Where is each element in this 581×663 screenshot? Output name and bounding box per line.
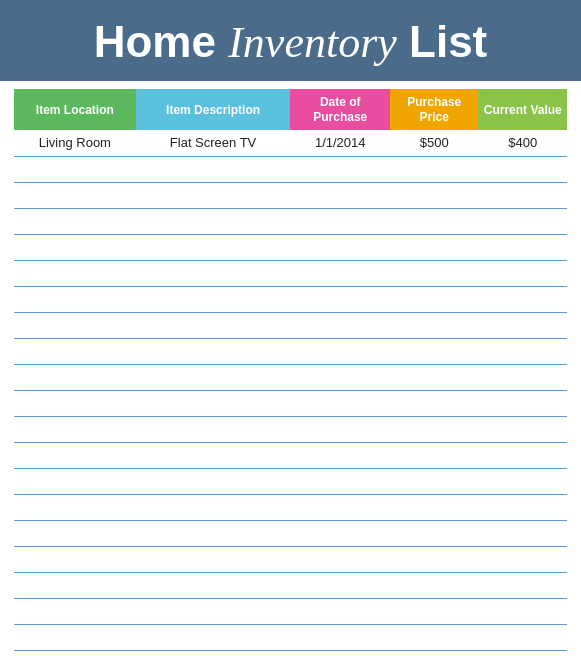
table-row bbox=[14, 156, 567, 182]
table-cell bbox=[290, 234, 390, 260]
title-list: List bbox=[409, 17, 487, 66]
table-row bbox=[14, 182, 567, 208]
table-cell bbox=[390, 208, 478, 234]
table-cell bbox=[14, 442, 136, 468]
table-cell bbox=[14, 572, 136, 598]
table-row bbox=[14, 312, 567, 338]
table-cell bbox=[290, 208, 390, 234]
table-cell bbox=[478, 312, 567, 338]
table-cell bbox=[14, 416, 136, 442]
inventory-table: Item Location Item Description Date of P… bbox=[14, 89, 567, 650]
table-cell bbox=[390, 468, 478, 494]
table-cell bbox=[390, 156, 478, 182]
table-row bbox=[14, 598, 567, 624]
table-cell: 1/1/2014 bbox=[290, 130, 390, 156]
table-cell bbox=[390, 598, 478, 624]
table-cell bbox=[390, 234, 478, 260]
table-cell bbox=[290, 624, 390, 650]
table-cell bbox=[136, 546, 291, 572]
table-cell bbox=[14, 156, 136, 182]
table-cell bbox=[478, 364, 567, 390]
table-cell bbox=[136, 390, 291, 416]
table-cell bbox=[390, 494, 478, 520]
table-cell bbox=[290, 494, 390, 520]
table-cell bbox=[290, 338, 390, 364]
table-row bbox=[14, 338, 567, 364]
table-cell bbox=[136, 338, 291, 364]
table-cell bbox=[14, 468, 136, 494]
col-header-current: Current Value bbox=[478, 89, 567, 130]
table-cell bbox=[478, 260, 567, 286]
table-cell bbox=[390, 572, 478, 598]
table-cell bbox=[478, 494, 567, 520]
table-row bbox=[14, 468, 567, 494]
table-cell bbox=[478, 624, 567, 650]
table-row bbox=[14, 442, 567, 468]
col-header-description: Item Description bbox=[136, 89, 291, 130]
table-cell bbox=[390, 416, 478, 442]
table-cell bbox=[14, 260, 136, 286]
table-cell bbox=[478, 182, 567, 208]
table-row bbox=[14, 364, 567, 390]
table-cell bbox=[136, 416, 291, 442]
table-cell bbox=[390, 546, 478, 572]
table-cell bbox=[478, 390, 567, 416]
table-cell bbox=[14, 234, 136, 260]
table-cell bbox=[14, 520, 136, 546]
table-cell bbox=[478, 520, 567, 546]
table-cell bbox=[390, 520, 478, 546]
table-row bbox=[14, 520, 567, 546]
page-container: Home Inventory List Item Location Item D… bbox=[0, 0, 581, 663]
table-cell bbox=[290, 442, 390, 468]
table-cell bbox=[14, 494, 136, 520]
table-cell bbox=[136, 182, 291, 208]
table-row bbox=[14, 494, 567, 520]
table-row bbox=[14, 572, 567, 598]
col-header-date: Date of Purchase bbox=[290, 89, 390, 130]
col-header-location: Item Location bbox=[14, 89, 136, 130]
table-cell bbox=[136, 286, 291, 312]
table-cell bbox=[136, 442, 291, 468]
table-cell bbox=[290, 546, 390, 572]
table-row bbox=[14, 286, 567, 312]
table-cell bbox=[136, 208, 291, 234]
table-row bbox=[14, 234, 567, 260]
table-cell bbox=[290, 416, 390, 442]
table-cell bbox=[14, 182, 136, 208]
table-cell bbox=[14, 208, 136, 234]
table-cell bbox=[136, 494, 291, 520]
table-cell bbox=[290, 364, 390, 390]
table-cell bbox=[478, 208, 567, 234]
table-cell bbox=[136, 520, 291, 546]
table-row bbox=[14, 260, 567, 286]
table-cell bbox=[290, 286, 390, 312]
table-cell bbox=[290, 520, 390, 546]
table-cell bbox=[290, 260, 390, 286]
table-row bbox=[14, 416, 567, 442]
table-header-row: Item Location Item Description Date of P… bbox=[14, 89, 567, 130]
page-title: Home Inventory List bbox=[20, 18, 561, 67]
table-cell bbox=[136, 572, 291, 598]
table-row bbox=[14, 624, 567, 650]
table-cell bbox=[478, 338, 567, 364]
title-home: Home bbox=[94, 17, 216, 66]
table-cell bbox=[478, 416, 567, 442]
table-cell bbox=[136, 364, 291, 390]
table-cell bbox=[390, 312, 478, 338]
table-cell bbox=[390, 338, 478, 364]
table-cell bbox=[136, 156, 291, 182]
table-cell bbox=[136, 468, 291, 494]
table-cell bbox=[136, 624, 291, 650]
table-cell bbox=[136, 260, 291, 286]
table-cell bbox=[14, 312, 136, 338]
table-row bbox=[14, 546, 567, 572]
table-cell bbox=[136, 598, 291, 624]
table-row bbox=[14, 390, 567, 416]
table-cell bbox=[478, 598, 567, 624]
table-cell: $400 bbox=[478, 130, 567, 156]
header: Home Inventory List bbox=[0, 0, 581, 81]
table-cell bbox=[478, 234, 567, 260]
table-cell bbox=[390, 442, 478, 468]
table-cell bbox=[290, 598, 390, 624]
table-cell bbox=[14, 286, 136, 312]
